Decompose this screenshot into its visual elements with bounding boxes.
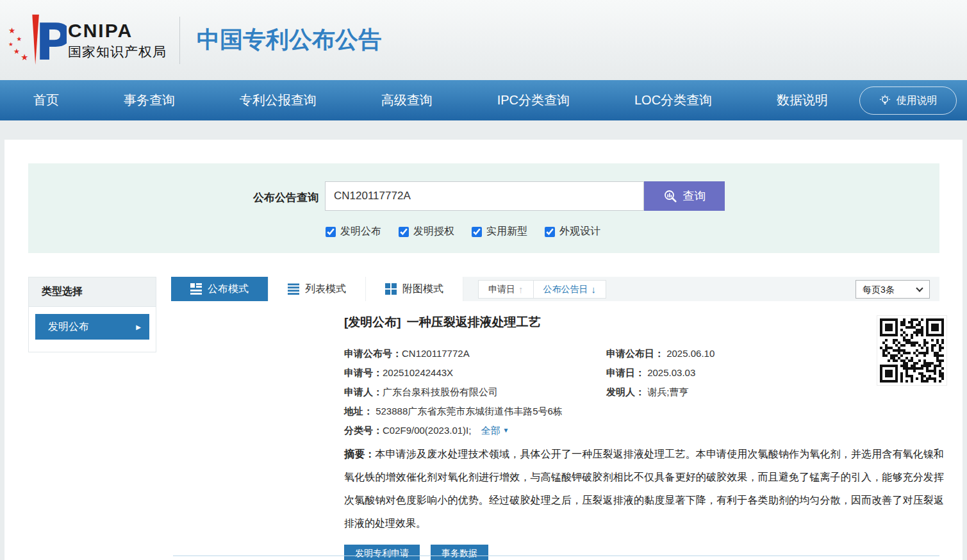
field-label: 申请号： [344,363,383,383]
svg-text:★: ★ [8,26,15,35]
filter-utility-model[interactable]: 实用新型 [472,225,527,238]
nav-item-loc-query[interactable]: LOC分类查询 [634,92,712,109]
help-button[interactable]: 使用说明 [859,86,957,115]
page-size-select-wrap: 每页3条 [855,280,930,299]
applicant: 广东台泉科技股份有限公司 [383,383,498,402]
sort-up-icon: ↑ [518,284,524,295]
chevron-right-icon: ▶ [136,324,141,331]
sidebar-title: 类型选择 [29,277,156,307]
patent-type-badge: [发明公布] [344,315,401,329]
field-label: 申请公布号： [344,344,402,363]
cnipa-emblem-icon: ★ ★ ★ ★ ★ P [8,11,67,70]
filter-design[interactable]: 外观设计 [545,225,600,238]
nav-item-transaction-query[interactable]: 事务查询 [124,92,175,109]
type-sidebar: 类型选择 发明公布 ▶ [28,277,156,352]
logo-text: CNIPA 国家知识产权局 [68,20,167,61]
action-row: 发明专利申请 事务数据 [344,545,944,560]
tab-list-mode[interactable]: 列表模式 [269,277,366,301]
search-panel: 公布公告查询 查询 发明公布 发明授权 [28,163,939,253]
nav-item-home[interactable]: 首页 [33,92,59,109]
figure-mode-icon [385,283,397,295]
sort-down-icon: ↓ [591,284,597,295]
logo-org-name: 国家知识产权局 [68,43,167,61]
application-number: 202510242443X [383,363,453,383]
checkbox-invention-grant[interactable] [399,227,409,237]
qr-code [877,315,947,386]
abstract-text: 本申请涉及废水处理技术领域，具体公开了一种压裂返排液处理工艺。本申请使用次氯酸钠… [344,449,944,529]
expand-link-label: 全部 [481,421,500,440]
nav-items: 首页 事务查询 专利公报查询 高级查询 IPC分类查询 LOC分类查询 数据说明 [33,80,828,120]
field-label: 地址： [344,406,373,416]
tab-label: 公布模式 [208,283,249,296]
svg-text:★: ★ [8,40,13,47]
field-row: 申请人： 广东台泉科技股份有限公司 发明人： 谢兵;曹亨 [344,383,944,402]
publication-date: 2025.06.10 [666,348,715,359]
transaction-data-button[interactable]: 事务数据 [431,545,488,560]
svg-text:P: P [35,12,67,69]
tab-publication-mode[interactable]: 公布模式 [171,277,269,301]
nav-item-advanced-query[interactable]: 高级查询 [381,92,433,109]
sort-label: 申请日 [488,284,515,295]
field-label: 申请日： [606,367,645,378]
svg-text:★: ★ [13,47,20,55]
classification-expand-link[interactable]: 全部 ▼ [481,421,509,440]
sort-by-publication-date[interactable]: 公布公告日 ↓ [533,281,606,298]
svg-text:★: ★ [16,35,22,42]
results-toolbar: 公布模式 列表模式 附图模式 [171,277,939,301]
checkbox-utility-model[interactable] [472,227,482,237]
address: 523888广东省东莞市东城街道伟丰路5号6栋 [376,406,563,416]
sidebar-item-invention-publication[interactable]: 发明公布 ▶ [35,314,149,340]
search-input[interactable] [325,181,644,211]
nav-item-ipc-query[interactable]: IPC分类查询 [497,92,570,109]
field-row: 申请号： 202510242443X 申请日： 2025.03.03 [344,363,944,383]
search-button-label: 查询 [683,188,706,204]
sidebar-item-label: 发明公布 [48,320,89,334]
field-label: 申请人： [344,383,383,402]
checkbox-invention-publication[interactable] [326,227,336,237]
field-row: 申请公布号： CN120117772A 申请公布日： 2025.06.10 [344,344,944,363]
content-card: 公布公告查询 查询 发明公布 发明授权 [4,140,963,560]
search-label: 公布公告查询 [28,190,318,205]
page-size-select[interactable]: 每页3条 [855,280,930,299]
filter-label: 实用新型 [486,225,527,238]
patent-result-item: [发明公布]一种压裂返排液处理工艺 申请公布号： CN120117772A 申请… [344,314,944,560]
cnipa-logo[interactable]: ★ ★ ★ ★ ★ P CNIPA 国家知识产权局 [8,11,167,70]
field-label: 发明人： [606,386,645,397]
patent-type-filters: 发明公布 发明授权 实用新型 外观设计 [326,225,600,238]
field-row: 分类号： C02F9/00(2023.01)I; 全部 ▼ [344,421,944,440]
field-row: 地址： 523888广东省东莞市东城街道伟丰路5号6栋 [344,402,944,421]
help-button-label: 使用说明 [897,94,938,108]
abstract: 摘要：本申请涉及废水处理技术领域，具体公开了一种压裂返排液处理工艺。本申请使用次… [344,443,944,535]
invention-application-button[interactable]: 发明专利申请 [344,545,420,560]
filter-invention-grant[interactable]: 发明授权 [399,225,454,238]
sort-controls: 申请日 ↑ 公布公告日 ↓ [478,280,606,299]
field-label: 申请公布日： [606,348,664,359]
patent-title-text: 一种压裂返排液处理工艺 [407,315,541,329]
search-chart-icon [663,189,677,203]
triangle-down-icon: ▼ [502,421,509,440]
checkbox-design[interactable] [545,227,555,237]
header-divider [179,17,180,64]
sort-label: 公布公告日 [543,284,588,295]
bulb-icon [879,94,891,107]
logo-acronym: CNIPA [68,20,167,42]
nav-item-gazette-query[interactable]: 专利公报查询 [240,92,317,109]
tab-label: 附图模式 [402,283,443,296]
publication-mode-icon [190,283,202,295]
inventors: 谢兵;曹亨 [647,386,688,397]
publication-number: CN120117772A [402,344,470,363]
patent-title[interactable]: [发明公布]一种压裂返排液处理工艺 [344,314,944,331]
filter-label: 外观设计 [559,225,600,238]
search-button[interactable]: 查询 [644,181,725,211]
classification-number: C02F9/00(2023.01)I; [383,421,471,440]
nav-item-data-description[interactable]: 数据说明 [777,92,828,109]
filter-invention-publication[interactable]: 发明公布 [326,225,381,238]
list-mode-icon [288,283,299,295]
sort-by-application-date[interactable]: 申请日 ↑ [479,281,533,298]
page: ★ ★ ★ ★ ★ P CNIPA 国家知识产权局 中国专利公布公告 首页 事务… [0,0,967,560]
main-nav: 首页 事务查询 专利公报查询 高级查询 IPC分类查询 LOC分类查询 数据说明… [0,80,967,120]
abstract-label: 摘要： [344,449,375,459]
tab-figure-mode[interactable]: 附图模式 [366,277,463,301]
svg-text:★: ★ [21,52,28,62]
tab-label: 列表模式 [305,283,346,296]
